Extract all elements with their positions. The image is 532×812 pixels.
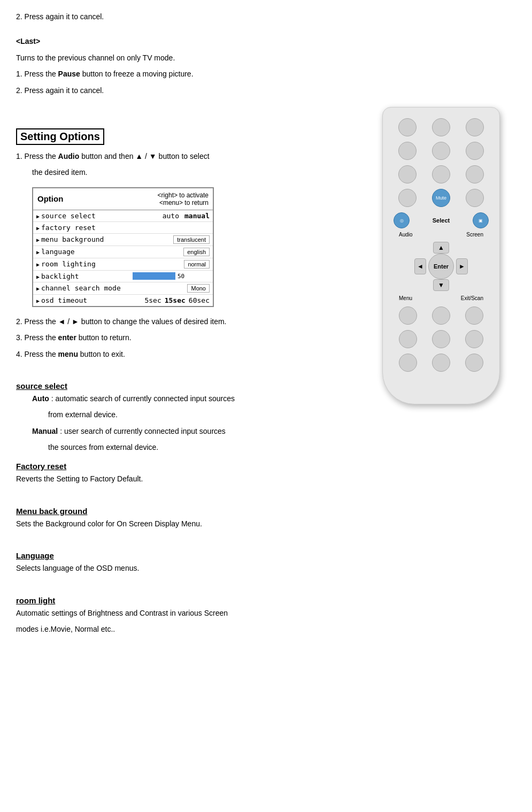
screen-icon: ▣: [479, 218, 483, 223]
screen-label: Screen: [466, 232, 483, 238]
audio-label: Audio: [399, 232, 413, 238]
step3-text: 3. Press the enter button to return.: [16, 332, 321, 343]
remote-btn-2[interactable]: [432, 118, 450, 136]
backlight-bar: [133, 272, 175, 280]
last-desc: Turns to the previous channel on only TV…: [16, 52, 321, 64]
manual-line: Manual : user search of currently connec…: [16, 425, 321, 437]
last-step2: 2. Press again it to cancel.: [16, 85, 321, 96]
remote-btn-b4[interactable]: [399, 330, 417, 348]
remote-btn-3[interactable]: [466, 118, 484, 136]
remote-top-buttons-2: [394, 142, 489, 160]
remote-btn-8[interactable]: [432, 165, 450, 183]
osd-15sec: 15sec: [165, 296, 186, 304]
remote-btn-10[interactable]: [398, 189, 417, 207]
main-content: 2. Press again it to cancel. <Last> Turn…: [0, 0, 337, 650]
value-room-lighting: normal: [133, 260, 210, 269]
remote-btn-b9[interactable]: [465, 354, 483, 372]
value-osd-timeout: 5sec 15sec 60sec: [133, 296, 210, 304]
audio-button[interactable]: ◎: [394, 212, 410, 228]
remote-bottom-buttons-2: [394, 330, 489, 348]
label-language: language: [36, 248, 133, 256]
remote-btn-6[interactable]: [466, 142, 484, 160]
screen-button[interactable]: ▣: [473, 212, 489, 228]
menu-label: Menu: [399, 295, 412, 301]
remote-top-buttons: [394, 118, 489, 136]
value-menu-background: translucent: [133, 235, 210, 244]
remote-container: Mute ◎ Select ▣ Audio Screen ▲ ◄ Enter ►: [361, 107, 521, 404]
step3-rest: button to return.: [79, 333, 132, 342]
audio-icon: ◎: [400, 218, 404, 223]
step1-rest: button and then ▲ / ▼ button to select: [81, 152, 209, 160]
exit-scan-label: Exit/Scan: [461, 295, 483, 301]
nav-right-button[interactable]: ►: [456, 258, 468, 274]
nav-cluster: ▲ ◄ Enter ► ▼: [406, 242, 476, 291]
remote-top-buttons-3: [394, 165, 489, 183]
label-osd-timeout: osd timeout: [36, 296, 133, 304]
remote-btn-b7[interactable]: [399, 354, 417, 372]
remote-btn-4[interactable]: [398, 142, 417, 160]
last-step1-rest: button to freeze a moving picture.: [82, 70, 194, 78]
label-channel-search: channel search mode: [36, 284, 133, 292]
option-table-header: Option <right> to activate <menu> to ret…: [33, 188, 213, 210]
remote-btn-9[interactable]: [466, 165, 484, 183]
option-header-left: Option: [37, 194, 63, 203]
row-osd-timeout: osd timeout 5sec 15sec 60sec: [33, 295, 213, 306]
label-backlight: backlight: [36, 272, 133, 280]
row-channel-search: channel search mode Mono: [33, 282, 213, 295]
mute-button[interactable]: Mute: [432, 189, 450, 207]
label-source-select: source select: [36, 212, 133, 220]
menu-background-heading: Menu back ground: [16, 507, 321, 516]
remote-top-buttons-4: Mute: [394, 189, 489, 207]
remote-btn-5[interactable]: [432, 142, 450, 160]
backlight-number: 50: [178, 273, 184, 280]
room-lighting-box: normal: [184, 260, 210, 269]
audio-bold: Audio: [58, 152, 80, 160]
step4-text: 4. Press the menu button to exit.: [16, 348, 321, 360]
remote-btn-b1[interactable]: [399, 307, 417, 325]
factory-reset-heading: Factory reset: [16, 462, 321, 471]
remote-bottom-buttons-1: [394, 307, 489, 325]
option-header-right: <right> to activate <menu> to return: [158, 191, 209, 206]
remote-btn-b3[interactable]: [465, 307, 483, 325]
remote-control: Mute ◎ Select ▣ Audio Screen ▲ ◄ Enter ►: [382, 107, 500, 404]
last-step1: 1. Press the Pause button to freeze a mo…: [16, 68, 321, 80]
remote-btn-b5[interactable]: [432, 330, 450, 348]
auto-desc: : automatic search of currently connecte…: [51, 394, 235, 403]
manual-desc2: the sources from external device.: [16, 441, 321, 453]
label-factory-reset: factory reset: [36, 224, 133, 232]
value-backlight: 50: [133, 272, 210, 280]
room-light-desc2: modes i.e.Movie, Normal etc..: [16, 623, 321, 635]
remote-btn-b2[interactable]: [432, 307, 450, 325]
nav-up-button[interactable]: ▲: [433, 242, 449, 254]
row-room-lighting: room lighting normal: [33, 258, 213, 271]
nav-left-button[interactable]: ◄: [414, 258, 426, 274]
value-channel-search: Mono: [133, 284, 210, 293]
auto-label: Auto: [32, 394, 49, 403]
menu-bg-box: translucent: [173, 235, 210, 244]
menu-bold: menu: [58, 350, 78, 358]
remote-btn-7[interactable]: [398, 165, 417, 183]
nav-middle-row: ◄ Enter ►: [414, 254, 468, 279]
enter-button[interactable]: Enter: [428, 254, 454, 279]
step1-cont: the desired item.: [16, 166, 321, 178]
row-source-select: source select auto manual: [33, 210, 213, 222]
remote-btn-b6[interactable]: [465, 330, 483, 348]
room-light-heading: room light: [16, 596, 321, 605]
option-table: Option <right> to activate <menu> to ret…: [32, 187, 214, 307]
value-language: english: [133, 248, 210, 256]
nav-down-button[interactable]: ▼: [433, 279, 449, 291]
factory-reset-desc: Reverts the Setting to Factory Default.: [16, 473, 321, 485]
row-backlight: backlight 50: [33, 271, 213, 282]
remote-bottom-buttons-3: [394, 354, 489, 372]
remote-btn-12[interactable]: [466, 189, 484, 207]
row-factory-reset: factory reset: [33, 222, 213, 234]
select-row: ◎ Select ▣: [394, 212, 489, 228]
step1-text: 1. Press the Audio button and then ▲ / ▼…: [16, 150, 321, 162]
press-cancel-intro: 2. Press again it to cancel.: [16, 11, 321, 22]
backlight-bar-container: 50: [133, 272, 210, 280]
remote-btn-1[interactable]: [398, 118, 417, 136]
room-light-desc1: Automatic settings of Brightness and Con…: [16, 607, 321, 619]
remote-btn-b8[interactable]: [432, 354, 450, 372]
enter-bold: enter: [58, 333, 76, 342]
value-source-select: auto manual: [133, 212, 210, 220]
